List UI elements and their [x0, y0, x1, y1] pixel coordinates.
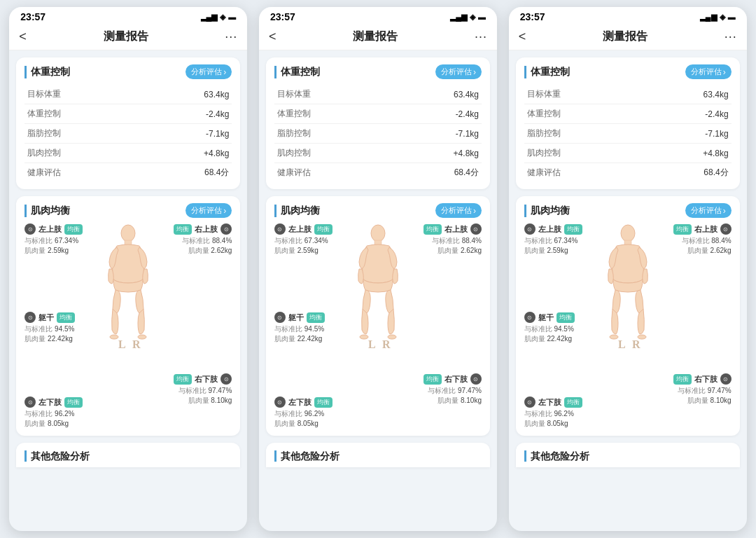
- label-fat-control-1: 脂肪控制: [27, 127, 61, 139]
- muscle-left-2: ⊙ 左上肢 均衡 与标准比 67.34% 肌肉量 2.59kg ⊙ 躯干: [274, 223, 353, 429]
- analyze-btn-weight-1[interactable]: 分析评估: [186, 64, 232, 79]
- svg-point-0: [121, 225, 135, 242]
- muscle-card-3: 肌肉均衡 分析评估 ⊙ 左上肢 均衡 与标准比 67.34% 肌肉量 2.59k…: [516, 196, 740, 436]
- wifi-icon-3: ◈: [720, 13, 725, 22]
- muscle-card-title-3: 肌肉均衡: [524, 205, 570, 217]
- page-title-1: 测量报告: [104, 29, 148, 44]
- bottom-peek-1: 其他危险分析: [16, 443, 240, 467]
- weight-card-3: 体重控制 分析评估 目标体重 63.4kg 体重控制 -2.4kg 脂肪控制 -…: [516, 57, 740, 189]
- nav-bar-2: < 测量报告 ···: [259, 25, 497, 50]
- analyze-btn-weight-3[interactable]: 分析评估: [685, 64, 732, 79]
- row-muscle-control-1: 肌肉控制 +4.8kg: [24, 144, 232, 163]
- lower-left-mass-1: 肌肉量 8.05kg: [24, 419, 103, 429]
- muscle-layout-2: ⊙ 左上肢 均衡 与标准比 67.34% 肌肉量 2.59kg ⊙ 躯干: [274, 223, 482, 429]
- lower-left-item-2: ⊙ 左下肢 均衡 与标准比 96.2% 肌肉量 8.05kg: [274, 396, 353, 429]
- signal-icon-2: ▂▄▆: [450, 13, 467, 22]
- upper-left-mass-1: 肌肉量 2.59kg: [24, 246, 103, 256]
- scroll-area-1: 体重控制 分析评估 目标体重 63.4kg 体重控制 -2.4kg 脂肪控制 -…: [9, 50, 247, 531]
- svg-text:R: R: [132, 338, 141, 350]
- value-health-eval-1: 68.4分: [204, 167, 229, 179]
- svg-text:L: L: [368, 338, 376, 350]
- muscle-card-title-1: 肌肉均衡: [24, 205, 70, 217]
- lower-right-stat-1: 与标准比 97.47%: [178, 386, 232, 396]
- upper-left-icon-1: ⊙: [24, 223, 36, 235]
- weight-card-2: 体重控制 分析评估 目标体重 63.4kg 体重控制 -2.4kg 脂肪控制 -…: [266, 57, 490, 189]
- weight-card-title-2: 体重控制: [274, 66, 320, 78]
- back-button-1[interactable]: <: [19, 29, 27, 44]
- battery-icon-2: ▬: [478, 13, 486, 21]
- phone-3: 23:57 ▂▄▆ ◈ ▬ < 测量报告 ··· 体重控制 分析评估 目标体重 …: [509, 7, 747, 531]
- status-bar-3: 23:57 ▂▄▆ ◈ ▬: [509, 7, 747, 25]
- torso-name-1: 躯干: [38, 312, 54, 323]
- svg-text:L: L: [618, 338, 626, 350]
- upper-right-icon-1: ⊙: [220, 223, 232, 235]
- upper-right-name-1: 右上肢: [195, 224, 218, 235]
- lower-right-icon-1: ⊙: [220, 373, 232, 385]
- back-button-3[interactable]: <: [519, 29, 526, 44]
- more-button-3[interactable]: ···: [724, 29, 737, 44]
- row-fat-control-2: 脂肪控制 -7.1kg: [274, 124, 482, 144]
- status-icons-2: ▂▄▆ ◈ ▬: [450, 13, 486, 22]
- status-bar-2: 23:57 ▂▄▆ ◈ ▬: [259, 7, 497, 25]
- lower-right-item-2: 均衡 右下肢 ⊙ 与标准比 97.47% 肌肉量 8.10kg: [424, 373, 482, 406]
- value-weight-control-1: -2.4kg: [206, 109, 229, 119]
- scroll-area-2: 体重控制 分析评估 目标体重 63.4kg 体重控制 -2.4kg 脂肪控制 -…: [259, 50, 497, 531]
- lower-right-tag-1: 均衡: [174, 374, 192, 385]
- analyze-btn-muscle-3[interactable]: 分析评估: [685, 203, 732, 218]
- svg-text:R: R: [382, 338, 391, 350]
- muscle-right-3: 均衡 右上肢 ⊙ 与标准比 88.4% 肌肉量 2.62kg 均衡 右下肢: [652, 223, 731, 406]
- weight-card-1: 体重控制 分析评估 目标体重 63.4kg 体重控制 -2.4kg 脂肪控制 -…: [16, 57, 240, 189]
- muscle-card-header-2: 肌肉均衡 分析评估: [274, 203, 482, 218]
- status-icons-3: ▂▄▆ ◈ ▬: [700, 13, 736, 22]
- muscle-left-1: ⊙ 左上肢 均衡 与标准比 67.34% 肌肉量 2.59kg ⊙ 躯干: [24, 223, 103, 429]
- signal-icon: ▂▄▆: [201, 13, 218, 22]
- status-time-2: 23:57: [270, 11, 295, 22]
- phone-2: 23:57 ▂▄▆ ◈ ▬ < 测量报告 ··· 体重控制 分析评估 目标体重 …: [259, 7, 497, 531]
- phone-1: 23:57 ▂▄▆ ◈ ▬ < 测量报告 ··· 体重控制 分析评估 目标体重 …: [9, 7, 247, 531]
- muscle-layout-1: ⊙ 左上肢 均衡 与标准比 67.34% 肌肉量 2.59kg ⊙ 躯干: [24, 223, 232, 429]
- body-figure-2: L R: [353, 223, 403, 357]
- svg-text:R: R: [632, 338, 640, 350]
- upper-left-item-1: ⊙ 左上肢 均衡 与标准比 67.34% 肌肉量 2.59kg: [24, 223, 103, 256]
- label-target-weight-1: 目标体重: [27, 88, 61, 100]
- status-time-1: 23:57: [20, 11, 46, 22]
- upper-right-header-1: 均衡 右上肢 ⊙: [174, 223, 232, 235]
- analyze-btn-muscle-2[interactable]: 分析评估: [435, 203, 482, 218]
- value-fat-control-1: -7.1kg: [206, 129, 229, 139]
- upper-left-item-2: ⊙ 左上肢 均衡 与标准比 67.34% 肌肉量 2.59kg: [274, 223, 353, 256]
- nav-bar-1: < 测量报告 ···: [9, 25, 247, 50]
- bottom-peek-3: 其他危险分析: [516, 443, 740, 467]
- lower-right-name-1: 右下肢: [195, 374, 218, 385]
- back-button-2[interactable]: <: [269, 29, 276, 44]
- upper-right-item-1: 均衡 右上肢 ⊙ 与标准比 88.4% 肌肉量 2.62kg: [174, 223, 232, 256]
- more-button-1[interactable]: ···: [225, 29, 237, 44]
- muscle-card-header-3: 肌肉均衡 分析评估: [524, 203, 732, 218]
- value-muscle-control-1: +4.8kg: [204, 149, 229, 158]
- body-center-3: L R: [603, 223, 652, 357]
- torso-mass-1: 肌肉量 22.42kg: [24, 334, 103, 344]
- weight-card-header-2: 体重控制 分析评估: [274, 64, 482, 79]
- lower-left-item-1: ⊙ 左下肢 均衡 与标准比 96.2% 肌肉量 8.05kg: [24, 396, 103, 429]
- svg-point-14: [610, 335, 618, 339]
- status-icons-1: ▂▄▆ ◈ ▬: [201, 13, 237, 22]
- label-muscle-control-1: 肌肉控制: [27, 147, 61, 159]
- signal-icon-3: ▂▄▆: [700, 13, 717, 22]
- analyze-btn-muscle-1[interactable]: 分析评估: [186, 203, 232, 218]
- svg-point-12: [621, 225, 635, 242]
- more-button-2[interactable]: ···: [475, 29, 487, 44]
- weight-card-header-1: 体重控制 分析评估: [24, 64, 232, 79]
- status-bar-1: 23:57 ▂▄▆ ◈ ▬: [9, 7, 247, 25]
- muscle-right-2: 均衡 右上肢 ⊙ 与标准比 88.4% 肌肉量 2.62kg 均衡 右下肢: [403, 223, 482, 406]
- svg-point-8: [360, 335, 368, 339]
- label-health-eval-1: 健康评估: [27, 167, 61, 179]
- svg-point-6: [371, 225, 385, 242]
- svg-text:L: L: [118, 338, 126, 350]
- weight-card-title-1: 体重控制: [24, 66, 70, 78]
- muscle-right-1: 均衡 右上肢 ⊙ 与标准比 88.4% 肌肉量 2.62kg: [153, 223, 232, 406]
- label-weight-control-1: 体重控制: [27, 108, 61, 120]
- analyze-btn-weight-2[interactable]: 分析评估: [435, 64, 482, 79]
- nav-bar-3: < 测量报告 ···: [509, 25, 747, 50]
- scroll-area-3: 体重控制 分析评估 目标体重 63.4kg 体重控制 -2.4kg 脂肪控制 -…: [509, 50, 747, 531]
- muscle-card-1: 肌肉均衡 分析评估 ⊙ 左上肢 均衡 与标准比 67.34%: [16, 196, 240, 436]
- battery-icon-3: ▬: [728, 13, 736, 21]
